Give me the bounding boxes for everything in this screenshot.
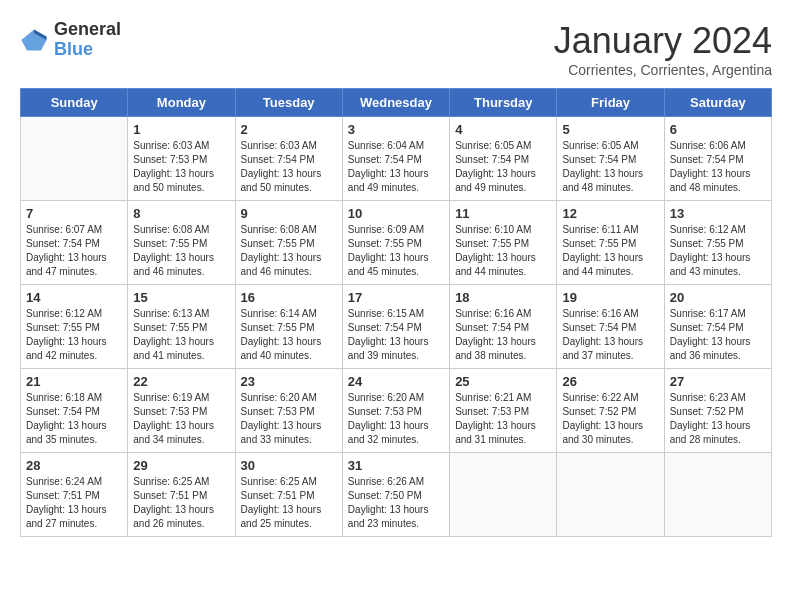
day-number: 23	[241, 374, 337, 389]
sunset-text: Sunset: 7:54 PM	[241, 153, 337, 167]
day-number: 1	[133, 122, 229, 137]
day-info: Sunrise: 6:20 AM Sunset: 7:53 PM Dayligh…	[348, 391, 444, 447]
logo-text: General Blue	[54, 20, 121, 60]
day-info: Sunrise: 6:11 AM Sunset: 7:55 PM Dayligh…	[562, 223, 658, 279]
sunrise-text: Sunrise: 6:06 AM	[670, 139, 766, 153]
sunrise-text: Sunrise: 6:08 AM	[133, 223, 229, 237]
calendar-day-header: Monday	[128, 89, 235, 117]
daylight-text: Daylight: 13 hours and 34 minutes.	[133, 419, 229, 447]
daylight-text: Daylight: 13 hours and 49 minutes.	[348, 167, 444, 195]
sunrise-text: Sunrise: 6:03 AM	[133, 139, 229, 153]
day-info: Sunrise: 6:21 AM Sunset: 7:53 PM Dayligh…	[455, 391, 551, 447]
daylight-text: Daylight: 13 hours and 46 minutes.	[241, 251, 337, 279]
daylight-text: Daylight: 13 hours and 25 minutes.	[241, 503, 337, 531]
day-info: Sunrise: 6:17 AM Sunset: 7:54 PM Dayligh…	[670, 307, 766, 363]
sunrise-text: Sunrise: 6:09 AM	[348, 223, 444, 237]
calendar-day-header: Saturday	[664, 89, 771, 117]
sunset-text: Sunset: 7:54 PM	[670, 321, 766, 335]
sunrise-text: Sunrise: 6:21 AM	[455, 391, 551, 405]
sunrise-text: Sunrise: 6:14 AM	[241, 307, 337, 321]
calendar-week-row: 21 Sunrise: 6:18 AM Sunset: 7:54 PM Dayl…	[21, 369, 772, 453]
daylight-text: Daylight: 13 hours and 31 minutes.	[455, 419, 551, 447]
day-info: Sunrise: 6:19 AM Sunset: 7:53 PM Dayligh…	[133, 391, 229, 447]
day-number: 11	[455, 206, 551, 221]
sunrise-text: Sunrise: 6:15 AM	[348, 307, 444, 321]
sunset-text: Sunset: 7:55 PM	[455, 237, 551, 251]
calendar-table: SundayMondayTuesdayWednesdayThursdayFrid…	[20, 88, 772, 537]
sunset-text: Sunset: 7:54 PM	[26, 405, 122, 419]
calendar-cell: 31 Sunrise: 6:26 AM Sunset: 7:50 PM Dayl…	[342, 453, 449, 537]
sunset-text: Sunset: 7:52 PM	[670, 405, 766, 419]
sunset-text: Sunset: 7:54 PM	[455, 321, 551, 335]
sunset-text: Sunset: 7:51 PM	[26, 489, 122, 503]
sunset-text: Sunset: 7:55 PM	[26, 321, 122, 335]
day-info: Sunrise: 6:04 AM Sunset: 7:54 PM Dayligh…	[348, 139, 444, 195]
daylight-text: Daylight: 13 hours and 42 minutes.	[26, 335, 122, 363]
sunrise-text: Sunrise: 6:17 AM	[670, 307, 766, 321]
title-block: January 2024 Corrientes, Corrientes, Arg…	[554, 20, 772, 78]
day-number: 5	[562, 122, 658, 137]
sunset-text: Sunset: 7:55 PM	[562, 237, 658, 251]
sunrise-text: Sunrise: 6:18 AM	[26, 391, 122, 405]
day-number: 16	[241, 290, 337, 305]
daylight-text: Daylight: 13 hours and 50 minutes.	[241, 167, 337, 195]
calendar-cell: 30 Sunrise: 6:25 AM Sunset: 7:51 PM Dayl…	[235, 453, 342, 537]
day-info: Sunrise: 6:15 AM Sunset: 7:54 PM Dayligh…	[348, 307, 444, 363]
daylight-text: Daylight: 13 hours and 47 minutes.	[26, 251, 122, 279]
calendar-cell: 9 Sunrise: 6:08 AM Sunset: 7:55 PM Dayli…	[235, 201, 342, 285]
sunrise-text: Sunrise: 6:25 AM	[241, 475, 337, 489]
day-number: 2	[241, 122, 337, 137]
day-number: 21	[26, 374, 122, 389]
day-number: 30	[241, 458, 337, 473]
daylight-text: Daylight: 13 hours and 45 minutes.	[348, 251, 444, 279]
calendar-day-header: Thursday	[450, 89, 557, 117]
calendar-cell: 5 Sunrise: 6:05 AM Sunset: 7:54 PM Dayli…	[557, 117, 664, 201]
calendar-body: 1 Sunrise: 6:03 AM Sunset: 7:53 PM Dayli…	[21, 117, 772, 537]
calendar-day-header: Tuesday	[235, 89, 342, 117]
daylight-text: Daylight: 13 hours and 27 minutes.	[26, 503, 122, 531]
day-info: Sunrise: 6:12 AM Sunset: 7:55 PM Dayligh…	[670, 223, 766, 279]
sunrise-text: Sunrise: 6:20 AM	[241, 391, 337, 405]
sunset-text: Sunset: 7:54 PM	[562, 321, 658, 335]
day-info: Sunrise: 6:03 AM Sunset: 7:54 PM Dayligh…	[241, 139, 337, 195]
sunset-text: Sunset: 7:54 PM	[348, 153, 444, 167]
calendar-day-header: Wednesday	[342, 89, 449, 117]
day-info: Sunrise: 6:10 AM Sunset: 7:55 PM Dayligh…	[455, 223, 551, 279]
calendar-day-header: Friday	[557, 89, 664, 117]
sunrise-text: Sunrise: 6:12 AM	[26, 307, 122, 321]
page-header: General Blue January 2024 Corrientes, Co…	[20, 20, 772, 78]
calendar-cell: 3 Sunrise: 6:04 AM Sunset: 7:54 PM Dayli…	[342, 117, 449, 201]
day-number: 24	[348, 374, 444, 389]
daylight-text: Daylight: 13 hours and 26 minutes.	[133, 503, 229, 531]
day-info: Sunrise: 6:23 AM Sunset: 7:52 PM Dayligh…	[670, 391, 766, 447]
logo-line2: Blue	[54, 40, 121, 60]
sunset-text: Sunset: 7:55 PM	[241, 237, 337, 251]
sunset-text: Sunset: 7:54 PM	[562, 153, 658, 167]
calendar-cell: 8 Sunrise: 6:08 AM Sunset: 7:55 PM Dayli…	[128, 201, 235, 285]
sunset-text: Sunset: 7:54 PM	[670, 153, 766, 167]
daylight-text: Daylight: 13 hours and 35 minutes.	[26, 419, 122, 447]
day-number: 12	[562, 206, 658, 221]
sunrise-text: Sunrise: 6:26 AM	[348, 475, 444, 489]
daylight-text: Daylight: 13 hours and 43 minutes.	[670, 251, 766, 279]
day-info: Sunrise: 6:05 AM Sunset: 7:54 PM Dayligh…	[455, 139, 551, 195]
sunrise-text: Sunrise: 6:05 AM	[455, 139, 551, 153]
sunset-text: Sunset: 7:51 PM	[241, 489, 337, 503]
day-info: Sunrise: 6:22 AM Sunset: 7:52 PM Dayligh…	[562, 391, 658, 447]
day-info: Sunrise: 6:07 AM Sunset: 7:54 PM Dayligh…	[26, 223, 122, 279]
sunrise-text: Sunrise: 6:05 AM	[562, 139, 658, 153]
sunset-text: Sunset: 7:53 PM	[133, 153, 229, 167]
sunset-text: Sunset: 7:55 PM	[133, 237, 229, 251]
day-info: Sunrise: 6:24 AM Sunset: 7:51 PM Dayligh…	[26, 475, 122, 531]
sunrise-text: Sunrise: 6:25 AM	[133, 475, 229, 489]
day-number: 17	[348, 290, 444, 305]
daylight-text: Daylight: 13 hours and 41 minutes.	[133, 335, 229, 363]
calendar-cell: 7 Sunrise: 6:07 AM Sunset: 7:54 PM Dayli…	[21, 201, 128, 285]
daylight-text: Daylight: 13 hours and 46 minutes.	[133, 251, 229, 279]
day-number: 15	[133, 290, 229, 305]
sunrise-text: Sunrise: 6:19 AM	[133, 391, 229, 405]
sunrise-text: Sunrise: 6:23 AM	[670, 391, 766, 405]
day-number: 28	[26, 458, 122, 473]
day-number: 6	[670, 122, 766, 137]
sunrise-text: Sunrise: 6:16 AM	[562, 307, 658, 321]
